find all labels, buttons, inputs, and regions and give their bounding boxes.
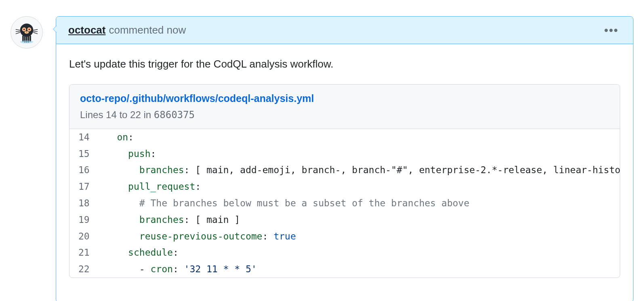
- code-line: 21 schedule:: [69, 244, 620, 261]
- snippet-header: octo-repo/.github/workflows/codeql-analy…: [69, 85, 620, 129]
- snippet-lines-prefix: Lines: [80, 109, 106, 120]
- svg-point-4: [28, 29, 30, 30]
- comment-action-text: commented: [109, 24, 164, 36]
- snippet-file-link[interactable]: octo-repo/.github/workflows/codeql-analy…: [80, 93, 314, 104]
- code-table: 14 on:15 push:16 branches: [ main, add-e…: [69, 129, 620, 278]
- code-line: 19 branches: [ main ]: [69, 212, 620, 228]
- line-number[interactable]: 20: [69, 228, 99, 245]
- line-number[interactable]: 19: [69, 212, 99, 228]
- line-content: - cron: '32 11 * * 5': [99, 261, 620, 278]
- code-line: 20 reuse-previous-outcome: true: [69, 228, 620, 245]
- svg-point-0: [20, 23, 34, 37]
- comment-author-link[interactable]: octocat: [68, 24, 105, 36]
- comment-container: octocat commented now ••• Let's update t…: [56, 16, 633, 301]
- comment-timestamp-link[interactable]: now: [167, 24, 186, 36]
- avatar[interactable]: [11, 16, 43, 49]
- code-line: 22 - cron: '32 11 * * 5': [69, 261, 620, 278]
- line-number[interactable]: 21: [69, 244, 99, 261]
- line-number[interactable]: 15: [69, 146, 99, 162]
- code-scroll-region[interactable]: 14 on:15 push:16 branches: [ main, add-e…: [69, 129, 620, 278]
- svg-point-6: [26, 32, 27, 32]
- snippet-lines-range: 14 to 22: [106, 109, 141, 120]
- line-content: on:: [99, 129, 620, 146]
- kebab-icon[interactable]: •••: [602, 28, 621, 33]
- comment-body: Let's update this trigger for the CodQL …: [56, 44, 633, 301]
- snippet-lines-in: in: [141, 109, 154, 120]
- comment-meta: commented now: [109, 24, 186, 36]
- code-line: 18 # The branches below must be a subset…: [69, 195, 620, 212]
- octocat-icon: [15, 21, 38, 44]
- line-content: reuse-previous-outcome: true: [99, 228, 620, 245]
- snippet-commit-sha[interactable]: 6860375: [154, 109, 195, 121]
- line-number[interactable]: 18: [69, 195, 99, 212]
- svg-point-7: [20, 40, 34, 43]
- line-number[interactable]: 17: [69, 178, 99, 195]
- svg-point-3: [23, 29, 25, 30]
- code-line: 16 branches: [ main, add-emoji, branch-,…: [69, 162, 620, 178]
- line-content: schedule:: [99, 244, 620, 261]
- snippet-lines-meta: Lines 14 to 22 in 6860375: [80, 107, 609, 123]
- line-content: push:: [99, 146, 620, 162]
- line-content: # The branches below must be a subset of…: [99, 195, 620, 212]
- comment-text: Let's update this trigger for the CodQL …: [69, 56, 620, 72]
- line-number[interactable]: 22: [69, 261, 99, 278]
- line-number[interactable]: 14: [69, 129, 99, 146]
- line-number[interactable]: 16: [69, 162, 99, 178]
- line-content: branches: [ main, add-emoji, branch-, br…: [99, 162, 620, 178]
- line-content: pull_request:: [99, 178, 620, 195]
- code-snippet: octo-repo/.github/workflows/codeql-analy…: [69, 84, 620, 278]
- code-line: 17 pull_request:: [69, 178, 620, 195]
- line-content: branches: [ main ]: [99, 212, 620, 228]
- code-line: 15 push:: [69, 146, 620, 162]
- comment-header: octocat commented now •••: [56, 17, 633, 44]
- code-line: 14 on:: [69, 129, 620, 146]
